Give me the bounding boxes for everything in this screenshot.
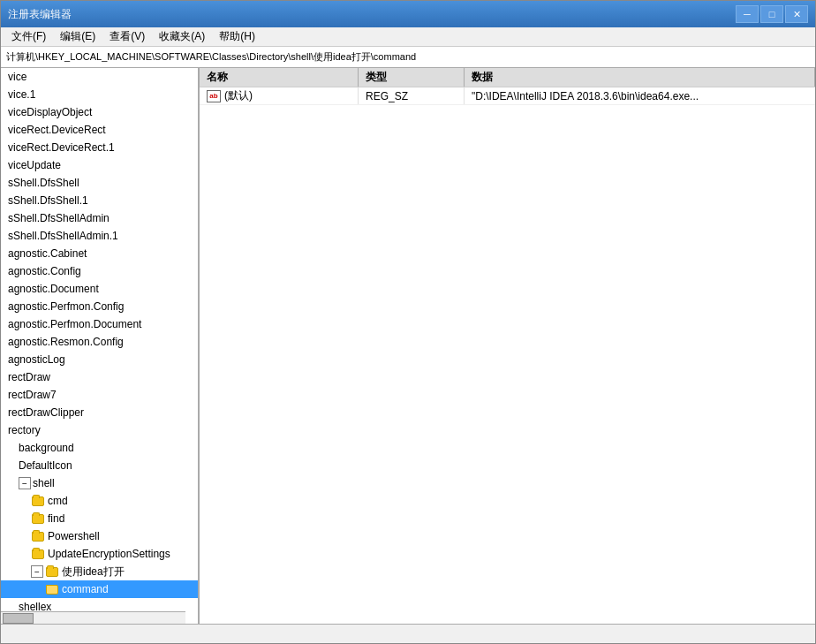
folder-find-icon: [31, 512, 45, 525]
tree-item-vice[interactable]: vice: [1, 68, 198, 86]
tree-item-rectDraw[interactable]: rectDraw: [1, 368, 198, 386]
folder-cmd-icon: [31, 495, 45, 507]
tree-item-rectDraw7[interactable]: rectDraw7: [1, 386, 198, 404]
tree-hscroll[interactable]: [1, 611, 185, 624]
tree-item-command[interactable]: command: [1, 580, 198, 598]
detail-pane: 名称 类型 数据 ab (默认) REG_SZ: [200, 68, 815, 624]
tree-item-find[interactable]: find: [1, 510, 198, 527]
column-header-name[interactable]: 名称: [200, 68, 359, 87]
tree-item-agnosticPerfmonConfig[interactable]: agnostic.Perfmon.Config: [1, 298, 198, 315]
tree-item-agnosticLog[interactable]: agnosticLog: [1, 351, 198, 368]
tree-item-agnosticConfig[interactable]: agnostic.Config: [1, 262, 198, 280]
tree-item-UpdateEncryptionSettings[interactable]: UpdateEncryptionSettings: [1, 545, 198, 563]
tree-item-Powershell[interactable]: Powershell: [1, 527, 198, 545]
tree-item-sShellDfsShell[interactable]: sShell.DfsShell: [1, 174, 198, 192]
tree-scroll-area: vice vice.1 viceDisplayObject viceRect.D…: [1, 68, 198, 624]
cell-type-default: REG_SZ: [359, 87, 465, 104]
tree-item-agnosticDocument[interactable]: agnostic.Document: [1, 280, 198, 298]
cell-data-default: "D:\IDEA\IntelliJ IDEA 2018.3.6\bin\idea…: [465, 87, 815, 104]
tree-hscroll-thumb[interactable]: [3, 613, 34, 624]
menu-bar: 文件(F) 编辑(E) 查看(V) 收藏夹(A) 帮助(H): [1, 27, 815, 47]
folder-command-icon: [45, 583, 59, 595]
tree-item-DefaultIcon[interactable]: DefaultIcon: [1, 457, 198, 474]
menu-favorites[interactable]: 收藏夹(A): [152, 27, 212, 46]
menu-file[interactable]: 文件(F): [4, 27, 53, 46]
tree-item-agnosticResmonConfig[interactable]: agnostic.Resmon.Config: [1, 333, 198, 351]
address-text: 计算机\HKEY_LOCAL_MACHINE\SOFTWARE\Classes\…: [6, 50, 416, 64]
menu-help[interactable]: 帮助(H): [212, 27, 262, 46]
tree-item-sShellDfsShellAdmin[interactable]: sShell.DfsShellAdmin: [1, 209, 198, 227]
minimize-button[interactable]: ─: [736, 5, 759, 23]
tree-item-background[interactable]: background: [1, 439, 198, 457]
tree-item-cmd[interactable]: cmd: [1, 492, 198, 510]
tree-item-vice1[interactable]: vice.1: [1, 86, 198, 103]
tree-item-useridea[interactable]: − 使用idea打开: [1, 563, 198, 580]
tree-item-rectDrawClipper[interactable]: rectDrawClipper: [1, 404, 198, 421]
tree-item-viceRectDeviceRect[interactable]: viceRect.DeviceRect: [1, 121, 198, 139]
tree-item-agnosticCabinet[interactable]: agnostic.Cabinet: [1, 245, 198, 262]
registry-editor-window: 注册表编辑器 ─ □ ✕ 文件(F) 编辑(E) 查看(V) 收藏夹(A) 帮助…: [0, 0, 816, 644]
folder-ues-icon: [31, 548, 45, 560]
menu-view[interactable]: 查看(V): [102, 27, 152, 46]
expand-shell-icon[interactable]: −: [19, 477, 31, 489]
tree-item-viceDisplayObject[interactable]: viceDisplayObject: [1, 103, 198, 121]
maximize-button[interactable]: □: [760, 5, 783, 23]
tree-item-agnosticPerfmonDocument[interactable]: agnostic.Perfmon.Document: [1, 315, 198, 333]
expand-useridea-icon[interactable]: −: [31, 565, 43, 578]
tree-item-rectory[interactable]: rectory: [1, 421, 198, 439]
title-bar-buttons: ─ □ ✕: [736, 5, 808, 23]
detail-row-default[interactable]: ab (默认) REG_SZ "D:\IDEA\IntelliJ IDEA 20…: [200, 87, 815, 105]
column-header-data[interactable]: 数据: [465, 68, 815, 87]
address-bar: 计算机\HKEY_LOCAL_MACHINE\SOFTWARE\Classes\…: [1, 47, 815, 68]
detail-header: 名称 类型 数据: [200, 68, 815, 87]
tree-item-shell[interactable]: − shell: [1, 474, 198, 492]
main-content: vice vice.1 viceDisplayObject viceRect.D…: [1, 68, 815, 624]
title-bar-text: 注册表编辑器: [8, 7, 736, 22]
menu-edit[interactable]: 编辑(E): [53, 27, 102, 46]
status-bar: [1, 624, 815, 643]
tree-pane[interactable]: vice vice.1 viceDisplayObject viceRect.D…: [1, 68, 200, 624]
folder-powershell-icon: [31, 530, 45, 542]
reg-icon-ab: ab: [207, 90, 221, 102]
cell-name-default: ab (默认): [200, 87, 359, 104]
tree-item-viceUpdate[interactable]: viceUpdate: [1, 156, 198, 174]
close-button[interactable]: ✕: [785, 5, 808, 23]
column-header-type[interactable]: 类型: [359, 68, 465, 87]
tree-item-sShellDfsShell1[interactable]: sShell.DfsShell.1: [1, 192, 198, 209]
tree-item-sShellDfsShellAdmin1[interactable]: sShell.DfsShellAdmin.1: [1, 227, 198, 245]
detail-rows: ab (默认) REG_SZ "D:\IDEA\IntelliJ IDEA 20…: [200, 87, 815, 624]
folder-useridea-icon: [45, 565, 59, 578]
title-bar: 注册表编辑器 ─ □ ✕: [1, 1, 815, 27]
tree-item-viceRectDeviceRect1[interactable]: viceRect.DeviceRect.1: [1, 139, 198, 156]
